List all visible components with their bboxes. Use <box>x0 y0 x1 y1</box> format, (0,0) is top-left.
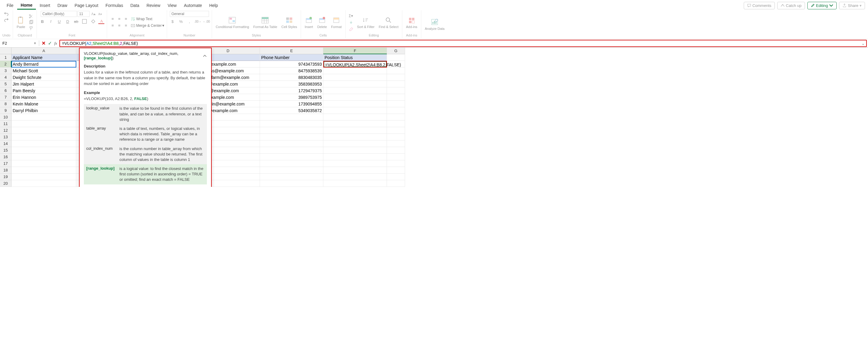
cell-G3[interactable] <box>387 67 405 74</box>
row-header[interactable]: 8 <box>0 101 11 107</box>
paste-button[interactable]: Paste <box>16 15 26 29</box>
align-center-button[interactable]: ≡ <box>116 23 122 28</box>
merge-center-button[interactable]: Merge & Center ▾ <box>131 23 164 28</box>
row-header[interactable]: 12 <box>0 127 11 134</box>
cell-F9[interactable] <box>323 107 387 114</box>
cell-A9[interactable]: Darryl Philbin <box>11 107 76 114</box>
insert-function-button[interactable]: fx <box>54 41 57 46</box>
autosum-button[interactable]: Σ▾ <box>348 13 354 19</box>
cell-E8[interactable]: 1739094855 <box>260 101 323 107</box>
cell-E16[interactable] <box>260 154 323 160</box>
cell-A14[interactable] <box>11 140 76 147</box>
cell-A10[interactable] <box>11 114 76 121</box>
tab-data[interactable]: Data <box>127 2 143 9</box>
cell-E3[interactable]: 8475938539 <box>260 67 323 74</box>
cell-E1[interactable]: Phone Number <box>260 54 323 61</box>
analyze-data-button[interactable]: Analyze Data <box>424 17 446 31</box>
row-header[interactable]: 1 <box>0 54 11 61</box>
cell-E7[interactable]: 3989753975 <box>260 94 323 101</box>
font-family-select[interactable] <box>41 11 77 17</box>
cell-A3[interactable]: Michael Scott <box>11 67 76 74</box>
cell-F14[interactable] <box>323 140 387 147</box>
row-header[interactable]: 3 <box>0 67 11 74</box>
addins-button[interactable]: Add-ins <box>405 15 418 29</box>
row-header[interactable]: 17 <box>0 160 11 167</box>
formula-expand-button[interactable]: ⌄ <box>861 41 865 46</box>
select-all-corner[interactable] <box>0 47 11 54</box>
sort-filter-button[interactable]: Sort & Filter <box>356 15 376 29</box>
tab-formulas[interactable]: Formulas <box>102 2 127 9</box>
borders-button[interactable] <box>82 19 88 24</box>
cell-E4[interactable]: 8830483035 <box>260 74 323 81</box>
wrap-text-button[interactable]: Wrap Text <box>131 17 164 22</box>
cell-E13[interactable] <box>260 134 323 140</box>
cell-F4[interactable] <box>323 74 387 81</box>
insert-cells-button[interactable]: Insert <box>303 15 314 29</box>
format-as-table-button[interactable]: Format As Table <box>252 15 278 29</box>
row-header[interactable]: 11 <box>0 121 11 127</box>
tab-insert[interactable]: Insert <box>36 2 54 9</box>
cell-G15[interactable] <box>387 147 405 154</box>
tab-view[interactable]: View <box>164 2 180 9</box>
catchup-button[interactable]: Catch up <box>777 2 805 9</box>
name-box[interactable]: F2▼ <box>0 40 39 46</box>
cell-A7[interactable]: Erin Hannon <box>11 94 76 101</box>
col-header-F[interactable]: F <box>323 47 387 54</box>
row-header[interactable]: 13 <box>0 134 11 140</box>
cell-F2[interactable]: =VLOOKUP(A2,Sheet2!A4:B8,2,FALSE) <box>323 61 387 67</box>
copy-button[interactable] <box>28 20 34 25</box>
cell-F10[interactable] <box>323 114 387 121</box>
conditional-formatting-button[interactable]: Conditional Formatting <box>214 15 250 29</box>
format-painter-button[interactable] <box>28 26 34 31</box>
cell-G13[interactable] <box>387 134 405 140</box>
cell-F8[interactable] <box>323 101 387 107</box>
row-header[interactable]: 19 <box>0 173 11 180</box>
row-header[interactable]: 4 <box>0 74 11 81</box>
row-header[interactable]: 7 <box>0 94 11 101</box>
cell-G4[interactable] <box>387 74 405 81</box>
cell-E5[interactable]: 3583983953 <box>260 81 323 87</box>
cell-F5[interactable] <box>323 81 387 87</box>
row-header[interactable]: 15 <box>0 147 11 154</box>
delete-cells-button[interactable]: Delete <box>316 15 328 29</box>
number-format-select[interactable] <box>170 11 209 17</box>
clear-button[interactable] <box>348 26 354 31</box>
cell-F19[interactable] <box>323 173 387 180</box>
tab-home[interactable]: Home <box>17 1 36 10</box>
cell-G17[interactable] <box>387 160 405 167</box>
cell-E17[interactable] <box>260 160 323 167</box>
cell-styles-button[interactable]: Cell Styles <box>280 15 298 29</box>
row-header[interactable]: 20 <box>0 180 11 187</box>
italic-button[interactable]: I <box>48 19 54 24</box>
row-header[interactable]: 6 <box>0 87 11 94</box>
cell-A17[interactable] <box>11 160 76 167</box>
cell-A2[interactable]: Andy Bernard <box>11 61 76 67</box>
cell-E10[interactable] <box>260 114 323 121</box>
cell-F1[interactable]: Position Status <box>323 54 387 61</box>
cell-G18[interactable] <box>387 167 405 173</box>
comma-button[interactable]: , <box>186 19 192 24</box>
tab-review[interactable]: Review <box>143 2 164 9</box>
cut-button[interactable] <box>28 13 34 19</box>
cell-E15[interactable] <box>260 147 323 154</box>
cell-F20[interactable] <box>323 180 387 187</box>
bold-button[interactable]: B <box>39 19 45 24</box>
cell-A6[interactable]: Pam Beesly <box>11 87 76 94</box>
cell-G11[interactable] <box>387 121 405 127</box>
cell-A20[interactable] <box>11 180 76 187</box>
editing-mode-button[interactable]: Editing <box>807 2 837 9</box>
underline-button[interactable]: U <box>56 19 62 24</box>
cell-F3[interactable] <box>323 67 387 74</box>
cell-G1[interactable] <box>387 54 405 61</box>
cell-G7[interactable] <box>387 94 405 101</box>
cell-F16[interactable] <box>323 154 387 160</box>
tab-page-layout[interactable]: Page Layout <box>71 2 102 9</box>
formula-input[interactable]: =VLOOKUP(A2,Sheet2!A4:B8,2,FALSE) ⌄ <box>59 40 867 47</box>
cell-G16[interactable] <box>387 154 405 160</box>
cell-F18[interactable] <box>323 167 387 173</box>
cell-E19[interactable] <box>260 173 323 180</box>
cell-A15[interactable] <box>11 147 76 154</box>
tab-draw[interactable]: Draw <box>54 2 71 9</box>
strikethrough-button[interactable]: ab <box>73 19 79 24</box>
cell-F11[interactable] <box>323 121 387 127</box>
